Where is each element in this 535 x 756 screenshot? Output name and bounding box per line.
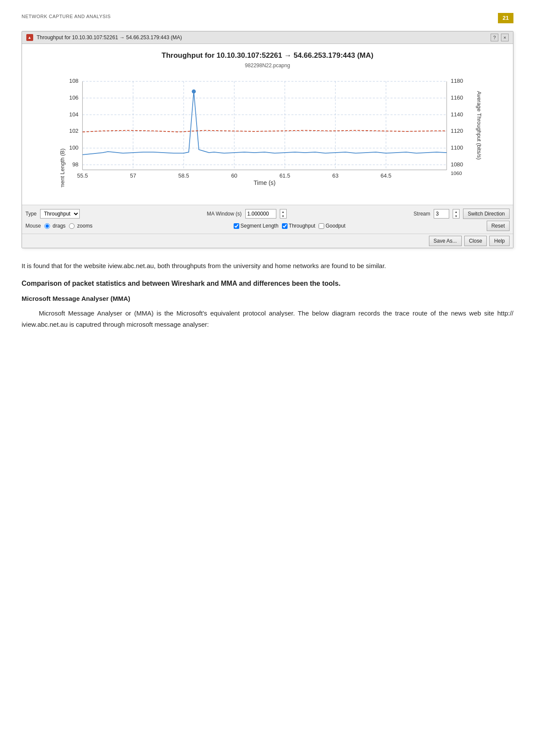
type-select[interactable]: Throughput	[40, 209, 80, 219]
close-button[interactable]: Close	[464, 236, 487, 246]
body-text-1: Microsoft Message Analyser or (MMA) is t…	[22, 308, 513, 330]
stream-label: Stream	[413, 210, 430, 218]
page-number: 21	[498, 13, 513, 23]
svg-text:57: 57	[130, 172, 136, 179]
stream-input[interactable]	[434, 209, 449, 219]
segment-length-checkbox-label[interactable]: Segment Length	[234, 222, 278, 230]
goodput-label: Goodput	[325, 222, 345, 230]
ma-window-input[interactable]	[245, 209, 276, 219]
svg-text:106: 106	[69, 94, 79, 101]
svg-text:Average Throughput (bits/s): Average Throughput (bits/s)	[476, 91, 482, 159]
drags-radio-label[interactable]: drags	[44, 222, 66, 230]
throughput-checkbox-label[interactable]: Throughput	[282, 222, 315, 230]
wireshark-app-icon	[26, 34, 33, 41]
zooms-label: zooms	[77, 222, 92, 230]
throughput-label: Throughput	[289, 222, 315, 230]
wireshark-body: Throughput for 10.10.30.107:52261 → 54.6…	[22, 44, 513, 248]
drags-radio[interactable]	[44, 223, 50, 229]
segment-length-label: Segment Length	[241, 222, 278, 230]
chart-subtitle: 982298N22.pcapng	[22, 62, 513, 69]
svg-text:55.5: 55.5	[77, 172, 88, 179]
svg-text:1080: 1080	[451, 161, 463, 168]
spinner-up-icon[interactable]: ▲	[280, 209, 286, 214]
controls-row-1: Type Throughput MA Window (s) ▲ ▼ Stream…	[25, 209, 510, 219]
wireshark-controls: Type Throughput MA Window (s) ▲ ▼ Stream…	[22, 205, 513, 234]
svg-text:1120: 1120	[451, 128, 463, 134]
chart-main-title: Throughput for 10.10.30.107:52261 → 54.6…	[22, 44, 513, 62]
svg-text:63: 63	[332, 172, 338, 179]
stream-spinner[interactable]: ▲ ▼	[453, 209, 460, 219]
svg-text:61.5: 61.5	[279, 172, 290, 179]
segment-length-checkbox[interactable]	[234, 223, 239, 229]
titlebar-title: Throughput for 10.10.30.107:52261 → 54.6…	[37, 34, 182, 41]
ma-window-spinner[interactable]: ▲ ▼	[280, 209, 287, 219]
help-titlebar-button[interactable]: ?	[491, 34, 498, 41]
goodput-checkbox-label[interactable]: Goodput	[319, 222, 345, 230]
svg-text:64.5: 64.5	[381, 172, 391, 179]
goodput-checkbox[interactable]	[319, 223, 324, 229]
svg-text:1180: 1180	[451, 78, 463, 84]
svg-text:Segment Length (B): Segment Length (B)	[59, 149, 66, 188]
svg-text:1060: 1060	[451, 170, 463, 176]
zooms-radio[interactable]	[69, 223, 75, 229]
svg-text:108: 108	[69, 78, 79, 84]
paragraph-1: It is found that for the website iview.a…	[22, 260, 513, 272]
close-titlebar-button[interactable]: ×	[501, 34, 509, 41]
titlebar-left: Throughput for 10.10.30.107:52261 → 54.6…	[26, 34, 182, 41]
stream-spinner-down-icon[interactable]: ▼	[453, 214, 459, 218]
page-header: NETWORK CAPTURE AND ANALYSIS 21	[22, 13, 513, 23]
wireshark-window: Throughput for 10.10.30.107:52261 → 54.6…	[22, 31, 513, 249]
spinner-down-icon[interactable]: ▼	[280, 214, 286, 218]
reset-button[interactable]: Reset	[487, 221, 510, 231]
bottom-buttons-bar: Save As... Close Help	[22, 234, 513, 248]
throughput-chart: 108 106 104 102 100 98 1180 1160 1140 11…	[52, 76, 487, 187]
controls-row-2: Mouse drags zooms Segment Length Through…	[25, 221, 510, 231]
drags-label: drags	[53, 222, 66, 230]
stream-spinner-up-icon[interactable]: ▲	[453, 209, 459, 214]
svg-text:98: 98	[72, 161, 78, 168]
zooms-radio-label[interactable]: zooms	[69, 222, 92, 230]
type-label: Type	[25, 210, 37, 218]
svg-point-38	[192, 90, 196, 94]
titlebar-buttons: ? ×	[491, 34, 509, 41]
svg-text:58.5: 58.5	[178, 172, 189, 179]
svg-text:1140: 1140	[451, 111, 463, 118]
ma-window-label: MA Window (s)	[207, 210, 242, 218]
wireshark-titlebar: Throughput for 10.10.30.107:52261 → 54.6…	[22, 31, 513, 44]
svg-text:100: 100	[69, 144, 79, 151]
svg-text:1100: 1100	[451, 144, 463, 151]
chart-area: 108 106 104 102 100 98 1180 1160 1140 11…	[22, 72, 513, 205]
svg-text:60: 60	[231, 172, 237, 179]
save-as-button[interactable]: Save As...	[429, 236, 462, 246]
switch-direction-button[interactable]: Switch Direction	[463, 209, 510, 219]
throughput-checkbox[interactable]	[282, 223, 288, 229]
help-button[interactable]: Help	[489, 236, 510, 246]
svg-text:104: 104	[69, 111, 79, 118]
svg-text:Time (s): Time (s)	[253, 179, 275, 186]
svg-text:102: 102	[69, 128, 79, 134]
page-title: NETWORK CAPTURE AND ANALYSIS	[22, 13, 111, 20]
svg-text:1160: 1160	[451, 94, 463, 101]
subsection-heading: Microsoft Message Analyser (MMA)	[22, 294, 513, 304]
section-heading: Comparison of packet statistics and betw…	[22, 278, 513, 289]
mouse-label: Mouse	[25, 222, 41, 230]
